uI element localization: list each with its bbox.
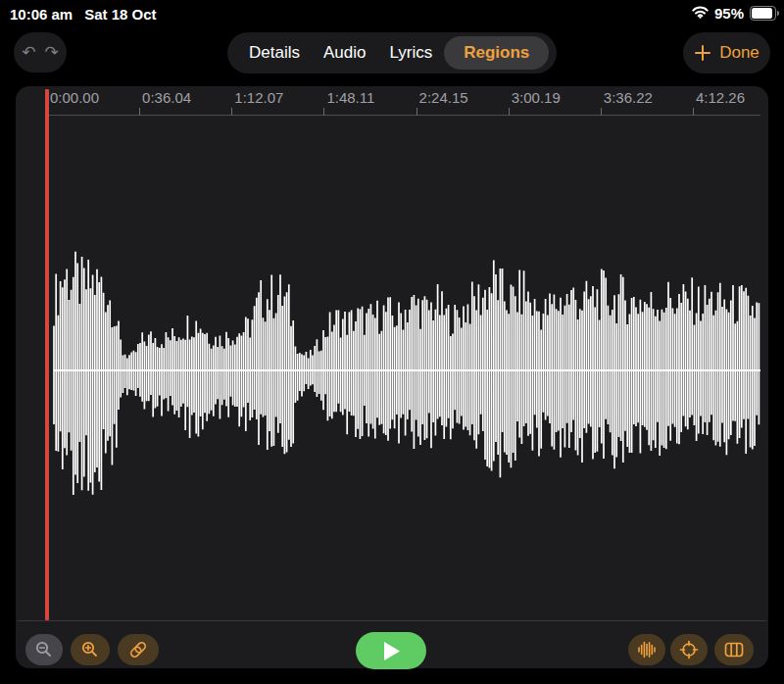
battery-percent: 95% xyxy=(714,5,744,22)
crosshair-icon xyxy=(679,640,699,660)
zoom-out-button[interactable] xyxy=(25,634,63,665)
waveform-view-button[interactable] xyxy=(628,634,665,665)
ruler-label: 0:36.04 xyxy=(142,89,191,106)
regions-columns-button[interactable] xyxy=(714,634,754,665)
ruler-label: 1:12.07 xyxy=(234,89,283,106)
tab-details[interactable]: Details xyxy=(237,36,312,70)
ruler-tick xyxy=(139,108,140,116)
done-label: Done xyxy=(719,43,760,63)
play-icon xyxy=(384,642,401,660)
ruler-label: 3:00.19 xyxy=(512,89,561,106)
ruler-label: 4:12.26 xyxy=(696,89,745,106)
tab-regions[interactable]: Regions xyxy=(444,36,549,70)
ruler-tick xyxy=(601,108,602,116)
app-screen: 10:06 am Sat 18 Oct 95% ↶ ↷ Details Audi… xyxy=(0,0,784,684)
undo-button[interactable]: ↶ xyxy=(22,44,35,61)
battery-icon xyxy=(750,6,776,21)
play-button[interactable] xyxy=(356,632,426,669)
zoom-out-icon xyxy=(34,640,54,660)
zoom-in-button[interactable] xyxy=(71,634,110,665)
waveform-panel[interactable] xyxy=(16,86,768,668)
plus-icon[interactable] xyxy=(694,44,711,62)
ruler-tick xyxy=(509,108,510,116)
waveform-icon xyxy=(637,641,657,659)
playhead[interactable] xyxy=(45,89,49,620)
wifi-icon xyxy=(692,5,709,22)
view-segmented-control: Details Audio Lyrics Regions xyxy=(227,32,557,73)
ruler-label: 1:48.11 xyxy=(326,89,374,106)
ruler-label: 0:00.00 xyxy=(50,89,99,106)
ruler-tick xyxy=(231,108,232,116)
zoom-in-icon xyxy=(80,640,100,660)
status-bar-right: 95% xyxy=(692,5,776,22)
ruler-tick xyxy=(416,108,417,116)
columns-icon xyxy=(724,641,744,659)
link-button[interactable] xyxy=(118,634,159,665)
link-icon xyxy=(127,639,149,660)
undo-redo-group: ↶ ↷ xyxy=(14,32,67,73)
ruler-tick xyxy=(693,108,694,116)
status-date: Sat 18 Oct xyxy=(84,6,156,23)
ruler-baseline xyxy=(47,115,760,116)
snap-button[interactable] xyxy=(670,634,708,665)
ruler-label: 2:24.15 xyxy=(419,89,468,106)
ruler-tick xyxy=(323,108,324,116)
status-time: 10:06 am xyxy=(10,6,73,23)
done-button[interactable]: Done xyxy=(683,32,770,73)
toolbar-divider xyxy=(18,620,766,621)
ruler-label: 3:36.22 xyxy=(604,89,653,106)
redo-button[interactable]: ↷ xyxy=(45,44,59,61)
status-bar-left: 10:06 am Sat 18 Oct xyxy=(10,6,157,23)
tab-lyrics[interactable]: Lyrics xyxy=(377,36,444,70)
tab-audio[interactable]: Audio xyxy=(312,36,377,70)
